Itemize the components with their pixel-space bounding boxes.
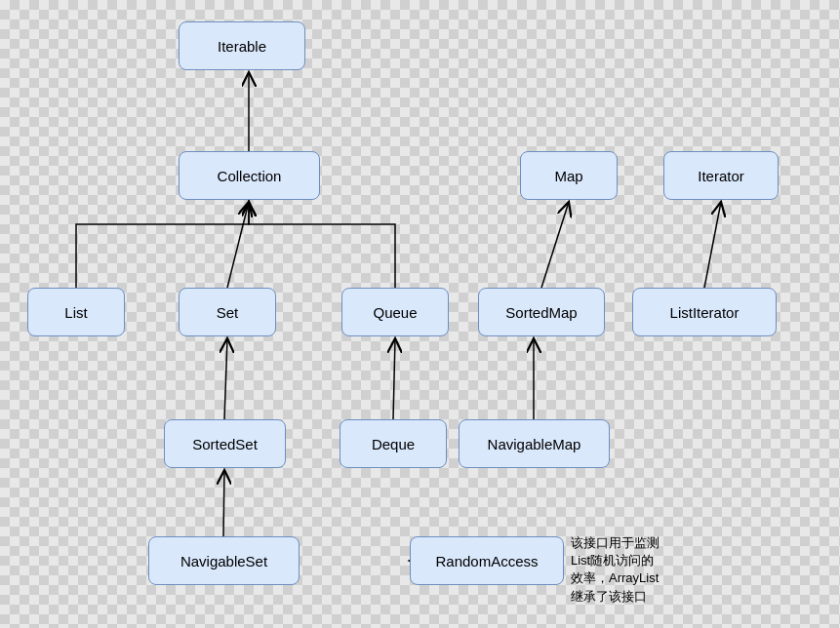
arrow-navigableset-sortedset: [223, 470, 224, 536]
arrow-list-collection: [76, 202, 249, 288]
node-sortedset-label: SortedSet: [192, 436, 258, 452]
node-collection-label: Collection: [218, 168, 282, 184]
annotation-line3: 效率，ArrayList: [571, 570, 659, 585]
annotation-block: 该接口用于监测 List随机访问的 效率，ArrayList 继承了该接口: [571, 534, 660, 606]
node-list: List: [27, 288, 125, 336]
node-iterable-label: Iterable: [218, 38, 266, 55]
arrow-sortedmap-map: [541, 202, 569, 288]
arrow-set-collection: [227, 202, 249, 288]
arrow-deque-queue: [393, 338, 395, 419]
node-navigablemap: NavigableMap: [459, 419, 610, 468]
annotation-line2: List随机访问的: [571, 553, 654, 568]
node-iterator-label: Iterator: [698, 168, 744, 184]
node-collection: Collection: [179, 151, 320, 200]
arrow-listiterator-iterator: [704, 202, 721, 288]
node-listiterator: ListIterator: [632, 288, 777, 336]
node-list-label: List: [64, 304, 87, 321]
node-deque-label: Deque: [372, 436, 415, 452]
node-randomaccess: RandomAccess: [410, 536, 564, 585]
annotation-line1: 该接口用于监测: [571, 535, 660, 550]
node-sortedmap-label: SortedMap: [505, 304, 577, 321]
node-map: Map: [520, 151, 618, 200]
arrow-sortedset-set: [224, 338, 227, 419]
node-randomaccess-label: RandomAccess: [435, 553, 538, 569]
annotation-line4: 继承了该接口: [571, 589, 647, 604]
node-deque: Deque: [340, 419, 447, 468]
node-navigablemap-label: NavigableMap: [488, 436, 581, 452]
node-queue: Queue: [341, 288, 449, 336]
node-set: Set: [179, 288, 276, 336]
arrow-queue-collection: [249, 202, 395, 288]
node-iterator: Iterator: [663, 151, 779, 200]
node-sortedmap: SortedMap: [478, 288, 605, 336]
node-queue-label: Queue: [373, 304, 417, 321]
node-set-label: Set: [217, 304, 239, 321]
node-navigableset: NavigableSet: [148, 536, 300, 585]
node-navigableset-label: NavigableSet: [180, 553, 267, 569]
node-sortedset: SortedSet: [164, 419, 286, 468]
node-map-label: Map: [554, 168, 582, 184]
node-listiterator-label: ListIterator: [670, 304, 740, 321]
node-iterable: Iterable: [179, 21, 305, 70]
